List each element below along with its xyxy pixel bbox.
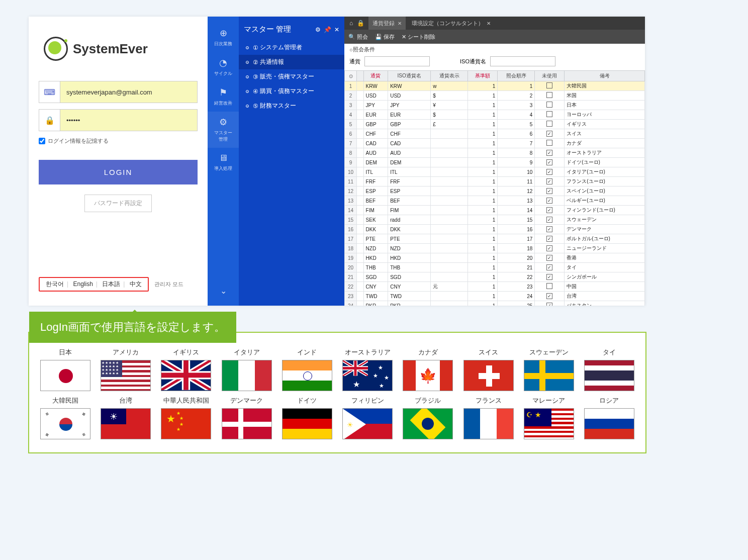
flag-label: 中華人民共和国 (163, 396, 209, 405)
lang-ja[interactable]: 日本語 (102, 281, 120, 288)
tree-item-system-admin[interactable]: -① システム管理者 (239, 40, 344, 55)
monitor-icon: 🖥 (219, 153, 228, 163)
table-row[interactable]: 20THBTHB121✓タイ (345, 263, 645, 272)
flag-label: デンマーク (230, 396, 263, 405)
flag-label: スウェーデン (529, 348, 569, 357)
cond-currency-label: 通貨 (349, 58, 360, 65)
tree-title-bar: マスター 管理 ⚙ 📌 ✕ (239, 22, 344, 40)
table-row[interactable]: 12ESPESP112✓スペイン(ユーロ) (345, 186, 645, 196)
remember-checkbox[interactable] (39, 138, 45, 144)
cond-iso-input[interactable] (490, 56, 555, 66)
table-row[interactable]: 6CHFCHF16✓スイス (345, 129, 645, 139)
lock-icon: 🔒 (39, 110, 60, 131)
table-row[interactable]: 17PTEPTE117✓ポルトガル(ユーロ) (345, 234, 645, 244)
table-row[interactable]: 23TWDTWD124✓台湾 (345, 292, 645, 301)
home-icon[interactable]: ⌂ (349, 20, 353, 27)
tree-item-sales[interactable]: -③ 販売・債権マスター (239, 69, 344, 84)
flag-label: カナダ (418, 348, 438, 357)
table-row[interactable]: 21SGDSGD122✓シンガポール (345, 272, 645, 282)
table-row[interactable]: 8AUDAUD18✓オーストラリア (345, 148, 645, 158)
data-panel: ⌂ 🔒 通貨登録✕ 環境設定（コンサルタント）✕ 🔍照会 💾保存 ✕シート削除 … (344, 17, 645, 306)
sidebar-item-cycle[interactable]: ◔サイクル (208, 52, 239, 82)
table-row[interactable]: 11FRFFRF111✓フランス(ユーロ) (345, 177, 645, 186)
flag-cell: ブラジル (400, 396, 456, 439)
tree-item-common[interactable]: -② 共通情報 (239, 55, 344, 69)
chevron-down-icon[interactable]: ⌄ (220, 286, 227, 296)
flag-label: ロシア (599, 396, 619, 405)
password-reset-button[interactable]: パスワード再設定 (84, 195, 152, 212)
tree-pin-icon[interactable]: 📌 (324, 26, 331, 33)
tree-gear-icon[interactable]: ⚙ (315, 26, 321, 33)
sidebar-item-mgmt[interactable]: ⚑経営改善 (208, 82, 239, 112)
tree-close-icon[interactable]: ✕ (334, 26, 339, 33)
lang-en[interactable]: English (73, 281, 92, 288)
currency-grid[interactable]: ⊙通貨ISO通貨名通貨表示基準額照会順序未使用備考 1KRWKRWw11大韓民国… (344, 70, 645, 306)
table-row[interactable]: 5GBPGBP£15イギリス (345, 120, 645, 129)
flag-cell: イタリア (219, 348, 275, 391)
flag-label: ブラジル (415, 396, 441, 405)
flags-box: 日本アメリカ★★★★★★★★★★★★★★★★★★★★イギリスイタリアインドオース… (28, 332, 646, 453)
table-row[interactable]: 13BEFBEF113✓ベルギー(ユーロ) (345, 196, 645, 206)
tree-list: -① システム管理者 -② 共通情報 -③ 販売・債権マスター -④ 購買・債務… (239, 40, 344, 113)
save-icon: 💾 (375, 34, 382, 40)
table-row[interactable]: 22CNYCNY元123中国 (345, 282, 645, 292)
condition-header: ○ 照会条件 (344, 44, 645, 54)
search-button[interactable]: 🔍照会 (348, 33, 368, 41)
table-row[interactable]: 1KRWKRWw11大韓民国 (345, 81, 645, 91)
flag-cell: インド (279, 348, 335, 391)
flag-label: スイス (479, 348, 498, 357)
table-row[interactable]: 2USDUSD$12米国 (345, 91, 645, 101)
search-icon: 🔍 (348, 34, 355, 40)
lang-zh[interactable]: 中文 (130, 281, 142, 288)
flag-label: オーストラリア (345, 348, 391, 357)
delete-sheet-button[interactable]: ✕シート削除 (402, 33, 435, 41)
sidebar-item-master[interactable]: ⚙マスター 管理 (208, 112, 239, 148)
table-row[interactable]: 15SEKradd115✓スウェーデン (345, 215, 645, 225)
sidebar: ⊕日次業務 ◔サイクル ⚑経営改善 ⚙マスター 管理 🖥導入処理 ⌄ (208, 17, 239, 306)
flag-cell: デンマーク (219, 396, 275, 439)
table-row[interactable]: 3JPYJPY¥13日本 (345, 101, 645, 110)
lang-ko[interactable]: 한국어 (46, 281, 64, 288)
callout: LogIn画面で使用言語を設定します。 (29, 312, 236, 343)
tab-env[interactable]: 環境設定（コンサルタント）✕ (408, 17, 495, 30)
flag-cell: イギリス (158, 348, 214, 391)
password-field[interactable] (60, 112, 197, 129)
close-icon[interactable]: ✕ (398, 21, 402, 26)
tree-item-purchase[interactable]: -④ 購買・債務マスター (239, 84, 344, 99)
sidebar-item-daily[interactable]: ⊕日次業務 (208, 23, 239, 52)
flag-cell: フランス (460, 396, 517, 439)
sidebar-item-import[interactable]: 🖥導入処理 (208, 148, 239, 177)
table-row[interactable]: 9DEMDEM19✓ドイツ(ユーロ) (345, 158, 645, 167)
close-icon[interactable]: ✕ (487, 21, 491, 26)
flag-cell: スイス (460, 348, 517, 391)
flag-cell: 日本 (37, 348, 94, 391)
tabbar: ⌂ 🔒 通貨登録✕ 環境設定（コンサルタント）✕ (344, 17, 645, 30)
cond-currency-input[interactable] (364, 56, 430, 66)
table-row[interactable]: 7CADCAD17カナダ (345, 139, 645, 148)
table-row[interactable]: 19HKDHKD120✓香港 (345, 253, 645, 263)
table-row[interactable]: 14FIMFIM114✓フィンランド(ユーロ) (345, 206, 645, 215)
flag-label: イギリス (173, 348, 199, 357)
admin-mode[interactable]: 관리자 모드 (154, 281, 183, 287)
flag-icon: ⚑ (219, 87, 227, 98)
flag-label: 台湾 (119, 396, 132, 405)
flag-label: インド (297, 348, 317, 357)
tab-currency[interactable]: 通貨登録✕ (368, 17, 406, 30)
table-row[interactable]: 16DKKDKK116✓デンマーク (345, 225, 645, 234)
toolbar: 🔍照会 💾保存 ✕シート削除 (344, 30, 645, 44)
email-field[interactable] (60, 83, 197, 101)
gear-icon: ⚙ (219, 117, 227, 128)
table-row[interactable]: 24PKRPKR125✓パキスタン (345, 301, 645, 306)
email-group: ⌨ (39, 81, 198, 103)
remember-label: ログイン情報を記憶する (48, 137, 109, 145)
table-row[interactable]: 18NZDNZD118✓ニュージーランド (345, 244, 645, 253)
remember-login[interactable]: ログイン情報を記憶する (39, 137, 198, 145)
login-button[interactable]: LOGIN (39, 160, 198, 184)
plus-circle-icon: ⊕ (220, 28, 227, 39)
save-button[interactable]: 💾保存 (375, 33, 395, 41)
table-row[interactable]: 10ITLITL110✓イタリア(ユーロ) (345, 167, 645, 177)
table-row[interactable]: 4EUREUR$14ヨーロッパ (345, 110, 645, 120)
flag-label: イタリア (234, 348, 260, 357)
lock-icon[interactable]: 🔒 (357, 20, 364, 27)
tree-item-finance[interactable]: -⑤ 財務マスター (239, 99, 344, 113)
